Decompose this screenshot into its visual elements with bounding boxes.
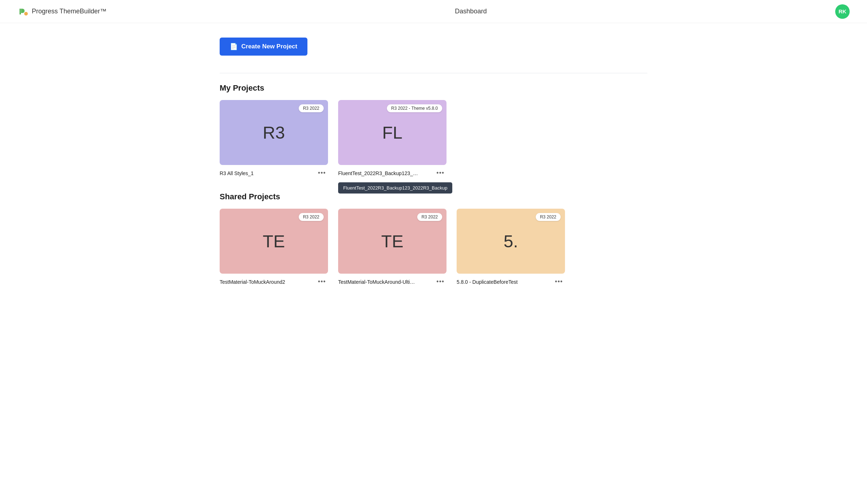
my-project-badge-1: R3 2022: [299, 104, 324, 112]
avatar[interactable]: RK: [835, 4, 850, 19]
shared-project-footer-2: TestMaterial-ToMuckAround-Ulti… •••: [338, 277, 447, 286]
shared-project-badge-3: R3 2022: [536, 213, 561, 221]
project-name-tooltip: FluentTest_2022R3_Backup123_2022R3_Backu…: [338, 182, 452, 194]
logo-text: Progress ThemeBuilder™: [32, 8, 107, 15]
my-project-initials-2: FL: [382, 123, 402, 143]
svg-point-1: [24, 12, 28, 16]
my-project-thumbnail-2: FL R3 2022 - Theme v5.8.0: [338, 100, 447, 165]
shared-project-menu-2[interactable]: •••: [434, 277, 447, 286]
main-content: 📄 Create New Project My Projects R3 R3 2…: [202, 23, 665, 315]
my-projects-grid: R3 R3 2022 R3 All Styles_1 ••• FL R3 202…: [220, 100, 647, 178]
my-project-menu-2[interactable]: •••: [434, 169, 447, 178]
my-project-footer-1: R3 All Styles_1 •••: [220, 169, 328, 178]
my-project-menu-1[interactable]: •••: [316, 169, 328, 178]
shared-projects-section: Shared Projects TE R3 2022 TestMaterial-…: [220, 192, 647, 286]
create-project-icon: 📄: [230, 43, 238, 51]
my-project-footer-2: FluentTest_2022R3_Backup123_… ••• Fluent…: [338, 169, 447, 178]
shared-project-menu-1[interactable]: •••: [316, 277, 328, 286]
shared-project-thumbnail-1: TE R3 2022: [220, 209, 328, 274]
shared-project-card-3[interactable]: 5. R3 2022 5.8.0 - DuplicateBeforeTest •…: [457, 209, 565, 286]
shared-project-name-1: TestMaterial-ToMuckAround2: [220, 279, 285, 285]
logo: Progress ThemeBuilder™: [17, 6, 107, 17]
my-project-badge-2: R3 2022 - Theme v5.8.0: [387, 104, 442, 112]
shared-project-name-3: 5.8.0 - DuplicateBeforeTest: [457, 279, 518, 285]
progress-logo-icon: [17, 6, 29, 17]
header-title: Dashboard: [455, 8, 487, 15]
my-project-name-2: FluentTest_2022R3_Backup123_…: [338, 170, 418, 176]
shared-project-menu-3[interactable]: •••: [553, 277, 565, 286]
section-divider: [220, 73, 647, 73]
shared-project-thumbnail-2: TE R3 2022: [338, 209, 447, 274]
header: Progress ThemeBuilder™ Dashboard RK: [0, 0, 867, 23]
shared-project-card-1[interactable]: TE R3 2022 TestMaterial-ToMuckAround2 ••…: [220, 209, 328, 286]
shared-project-badge-2: R3 2022: [417, 213, 442, 221]
my-projects-section: My Projects R3 R3 2022 R3 All Styles_1 •…: [220, 83, 647, 178]
my-project-name-1: R3 All Styles_1: [220, 170, 254, 176]
my-projects-title: My Projects: [220, 83, 647, 93]
my-project-initials-1: R3: [263, 123, 285, 143]
shared-projects-grid: TE R3 2022 TestMaterial-ToMuckAround2 ••…: [220, 209, 647, 286]
my-project-thumbnail-1: R3 R3 2022: [220, 100, 328, 165]
shared-project-name-2: TestMaterial-ToMuckAround-Ulti…: [338, 279, 415, 285]
shared-project-badge-1: R3 2022: [299, 213, 324, 221]
shared-project-initials-1: TE: [263, 231, 285, 251]
create-project-label: Create New Project: [241, 43, 297, 50]
my-project-card-1[interactable]: R3 R3 2022 R3 All Styles_1 •••: [220, 100, 328, 178]
shared-project-thumbnail-3: 5. R3 2022: [457, 209, 565, 274]
shared-project-initials-3: 5.: [504, 231, 518, 251]
shared-project-initials-2: TE: [381, 231, 403, 251]
shared-project-card-2[interactable]: TE R3 2022 TestMaterial-ToMuckAround-Ult…: [338, 209, 447, 286]
my-project-card-2[interactable]: FL R3 2022 - Theme v5.8.0 FluentTest_202…: [338, 100, 447, 178]
create-new-project-button[interactable]: 📄 Create New Project: [220, 38, 307, 56]
shared-project-footer-1: TestMaterial-ToMuckAround2 •••: [220, 277, 328, 286]
shared-project-footer-3: 5.8.0 - DuplicateBeforeTest •••: [457, 277, 565, 286]
